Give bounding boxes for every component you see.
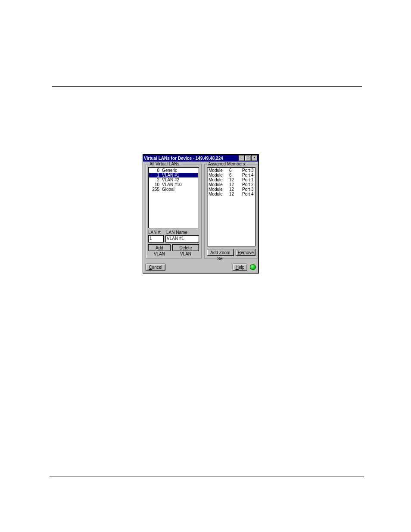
assigned-members-group: Assigned Members: Module 6 Port 3 Module… xyxy=(204,164,258,258)
window-title: Virtual LANs for Device - 149.49.48.224 xyxy=(144,156,238,161)
close-button[interactable]: × xyxy=(251,155,258,161)
lan-name-input[interactable]: VLAN #1 xyxy=(165,235,199,243)
cancel-button[interactable]: Cancel xyxy=(146,264,165,271)
page-top-rule xyxy=(52,86,362,87)
vlan-dialog: Virtual LANs for Device - 149.49.48.224 … xyxy=(143,154,259,274)
dialog-footer: Cancel Help xyxy=(143,261,258,273)
lan-num-label: LAN #: xyxy=(148,230,166,235)
add-zoom-sel-button[interactable]: Add Zoom Sel xyxy=(207,249,234,256)
lan-num-input[interactable]: 1 xyxy=(148,235,164,243)
list-item[interactable]: Module 12 Port 4 xyxy=(208,192,255,196)
minimize-button[interactable]: _ xyxy=(238,155,245,161)
vlan-listbox[interactable]: 0 Generic 1 VLAN #1 2 VLAN #2 10 VLAN #1… xyxy=(148,167,199,228)
help-button[interactable]: Help xyxy=(233,264,247,271)
remove-button[interactable]: Remove xyxy=(236,249,255,256)
add-vlan-button[interactable]: Add VLAN xyxy=(148,244,171,251)
list-item[interactable]: 10 VLAN #10 xyxy=(149,182,198,187)
status-indicator-icon xyxy=(250,264,256,270)
list-item[interactable]: Module 6 Port 4 xyxy=(208,173,255,177)
delete-vlan-button[interactable]: Delete VLAN xyxy=(172,244,199,251)
assigned-members-label: Assigned Members: xyxy=(207,162,247,166)
list-item[interactable]: 0 Generic xyxy=(149,168,198,173)
page-bottom-rule xyxy=(50,476,364,476)
list-item[interactable]: 2 VLAN #2 xyxy=(149,177,198,182)
titlebar[interactable]: Virtual LANs for Device - 149.49.48.224 … xyxy=(143,155,258,162)
list-item[interactable]: Module 12 Port 3 xyxy=(208,187,255,192)
list-item[interactable]: Module 12 Port 1 xyxy=(208,177,255,182)
lan-name-label: LAN Name: xyxy=(166,230,199,235)
list-item[interactable]: Module 6 Port 3 xyxy=(208,168,255,173)
list-item[interactable]: 1 VLAN #1 xyxy=(149,173,198,177)
members-listbox[interactable]: Module 6 Port 3 Module 6 Port 4 Module 1… xyxy=(207,167,255,246)
list-item[interactable]: 255 Global xyxy=(149,187,198,192)
maximize-button[interactable]: □ xyxy=(245,155,251,161)
all-vlans-label: All Virtual LANs: xyxy=(149,162,181,166)
list-item[interactable]: Module 12 Port 2 xyxy=(208,182,255,187)
all-vlans-group: All Virtual LANs: 0 Generic 1 VLAN #1 2 … xyxy=(146,164,202,258)
